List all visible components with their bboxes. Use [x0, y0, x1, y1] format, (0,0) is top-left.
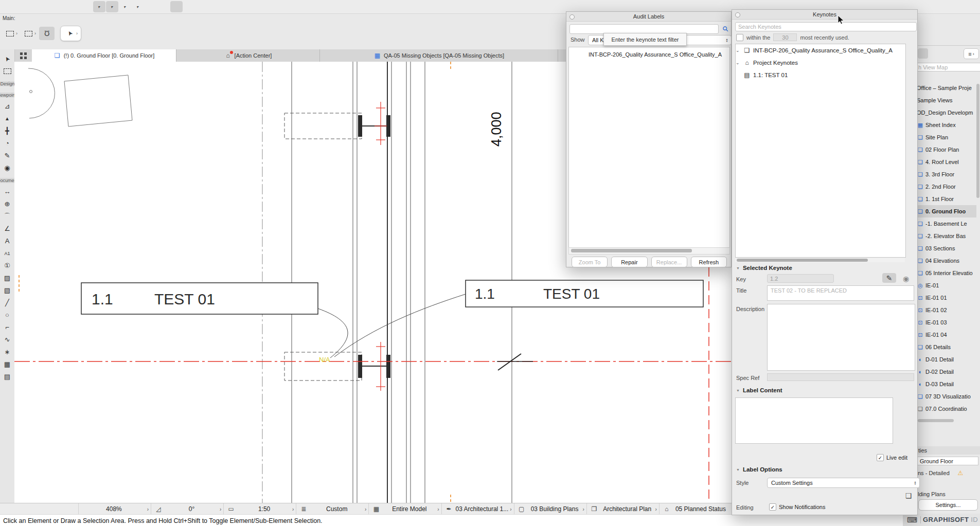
view-map-item[interactable]: 05 Interior Elevatio	[917, 267, 976, 279]
status-segment[interactable]: 03 Architectural 1... ›	[441, 503, 514, 515]
selected-keynote-header[interactable]: Selected Keynote	[736, 265, 792, 271]
status-segment[interactable]: Custom ›	[296, 503, 368, 515]
audit-action-button[interactable]: Refresh	[691, 257, 727, 267]
chevron-down-icon[interactable]: ⌄	[736, 48, 741, 53]
tool-button[interactable]	[1, 347, 13, 357]
view-map-item[interactable]: -1. Basement Le	[917, 217, 976, 230]
keynote-tree-item[interactable]: 1.1: TEST 01	[736, 69, 905, 81]
status-segment[interactable]: Entire Model ›	[368, 503, 441, 515]
tool-button[interactable]	[1, 186, 13, 197]
toolbar-icon[interactable]	[42, 1, 54, 12]
live-edit-checkbox[interactable]: ✓	[877, 454, 884, 461]
preview-eye-icon[interactable]	[900, 273, 912, 284]
toolbar-icon[interactable]	[337, 1, 350, 12]
toolbar-icon[interactable]	[222, 1, 234, 12]
tool-button[interactable]	[1, 66, 13, 77]
style-tool-icon[interactable]	[768, 491, 777, 500]
audit-action-button[interactable]: Repair	[611, 257, 647, 267]
view-map-item[interactable]: D-02 Detail	[917, 366, 976, 378]
view-map-item[interactable]: 0. Ground Floo	[917, 205, 976, 217]
chevron-down-icon[interactable]: ▾	[98, 5, 100, 9]
view-map-item[interactable]: 1. 1st Floor	[917, 193, 976, 205]
view-map-item[interactable]: IE-01 03	[917, 316, 976, 329]
toolbar-icon[interactable]	[80, 1, 93, 12]
keynote-label-left[interactable]: 1.1 TEST 01	[81, 283, 348, 358]
chevron-down-icon[interactable]: ▾	[123, 5, 126, 9]
tool-button[interactable]	[1, 359, 13, 370]
toolbar-icon[interactable]	[247, 1, 260, 12]
toolbar-icon[interactable]	[209, 1, 221, 12]
view-map-item[interactable]: 04 Elevations	[917, 255, 976, 267]
quick-option-button[interactable]: ›	[21, 27, 38, 40]
status-segment[interactable]: Architectural Plan ›	[586, 503, 659, 515]
toolbar-icon[interactable]	[196, 1, 208, 12]
horizontal-scrollbar[interactable]	[568, 247, 730, 255]
label-content-box[interactable]	[735, 397, 893, 444]
view-map-search-input[interactable]: h View Map	[917, 63, 980, 71]
zoom-control-icon[interactable]	[14, 503, 27, 515]
view-map-item[interactable]: 06 Details	[917, 341, 976, 353]
label-options-header[interactable]: Label Options	[736, 466, 782, 473]
audit-action-button[interactable]: Replace...	[651, 257, 687, 267]
toolbar-icon[interactable]	[286, 1, 298, 12]
tool-button[interactable]	[1, 223, 13, 234]
tool-button[interactable]	[1, 297, 13, 308]
toolbar-icon[interactable]	[299, 1, 311, 12]
view-map-item[interactable]: D-03 Detail	[917, 378, 976, 390]
horizontal-scrollbar[interactable]	[735, 258, 905, 262]
view-name-input[interactable]: Ground Floor	[917, 457, 978, 465]
label-content-tool-icon[interactable]	[896, 428, 905, 438]
recent-count-input[interactable]: 30	[773, 33, 797, 41]
keynote-tree-item[interactable]: ⌄ Project Keynotes	[736, 57, 905, 69]
view-tab[interactable]: (!) 0. Ground Floor [0. Ground Floor]	[32, 49, 176, 62]
tool-button[interactable]	[1, 322, 13, 333]
audit-panel-titlebar[interactable]: Audit Labels	[566, 12, 731, 22]
tool-button[interactable]	[1, 334, 13, 345]
beam-middle[interactable]	[284, 342, 390, 391]
status-segment[interactable]: 05 Planned Status	[659, 503, 732, 515]
view-map-item[interactable]: 02 Floor Plan	[917, 143, 976, 156]
view-tab[interactable]: [Action Center]	[176, 49, 320, 62]
description-input[interactable]	[767, 304, 915, 371]
toolbar-icon[interactable]	[170, 1, 183, 12]
dimension-text[interactable]: 4,000	[489, 112, 504, 147]
spec-ref-input[interactable]	[767, 373, 914, 381]
toolbar-icon[interactable]: ▾	[93, 1, 105, 12]
zoom-control-icon[interactable]	[27, 503, 39, 515]
tool-button[interactable]	[1, 371, 13, 382]
toolbox-group-label[interactable]: Design	[0, 81, 15, 86]
quick-option-button[interactable]: ›	[2, 27, 19, 40]
zoom-control-icon[interactable]	[51, 503, 64, 515]
zoom-control-icon[interactable]	[64, 503, 76, 515]
status-segment[interactable]: 03 Building Plans ›	[514, 503, 586, 515]
toolbar-icon[interactable]	[67, 1, 80, 12]
toolbar-icon[interactable]: ▾	[106, 1, 118, 12]
close-icon[interactable]	[735, 12, 740, 17]
tool-button[interactable]	[1, 310, 13, 320]
tool-button[interactable]	[1, 235, 13, 246]
tool-button[interactable]	[1, 125, 13, 136]
tool-button[interactable]	[1, 162, 13, 173]
scrollbar-thumb[interactable]	[737, 259, 868, 262]
tool-button[interactable]	[1, 211, 13, 222]
toolbar-icon[interactable]	[3, 1, 15, 12]
view-map-item[interactable]: Sample Views	[917, 94, 976, 106]
arrow-tool-button[interactable]: ›	[60, 26, 81, 41]
zoom-control-icon[interactable]	[39, 503, 51, 515]
navigator-mode-icon[interactable]	[930, 48, 940, 59]
audit-list-item[interactable]: INT-BCP-206_Quality Assurance_S Office_Q…	[569, 47, 729, 58]
label-content-tool-icon[interactable]	[896, 414, 905, 423]
show-notifications-checkbox[interactable]: ✓	[769, 503, 776, 511]
view-map-item[interactable]: Office – Sample Proje	[917, 82, 976, 94]
keyboard-icon[interactable]	[906, 514, 918, 525]
scrollbar-thumb[interactable]	[571, 249, 692, 252]
audit-action-button[interactable]: Zoom To	[572, 257, 608, 267]
tool-button[interactable]	[1, 198, 13, 209]
tool-button[interactable]	[1, 138, 13, 149]
tool-button[interactable]	[1, 248, 13, 259]
horizontal-scrollbar-thumb[interactable]	[918, 419, 954, 422]
view-map-item[interactable]: 03 Sections	[917, 242, 976, 255]
navigator-mode-icon[interactable]	[942, 48, 953, 59]
navigator-mode-icon[interactable]	[918, 48, 928, 59]
status-segment[interactable]: 408% ›	[78, 503, 151, 515]
